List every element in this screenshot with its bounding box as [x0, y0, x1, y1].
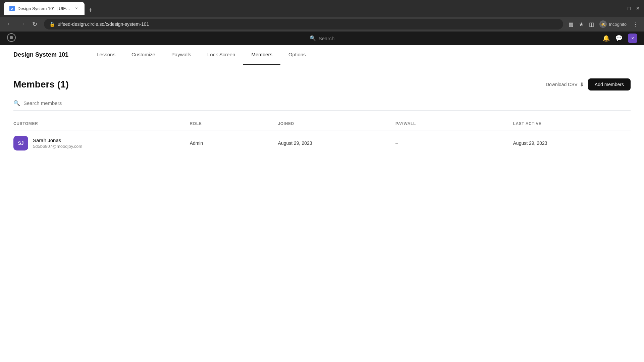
tab-customize[interactable]: Customize	[123, 45, 163, 65]
col-paywall: PAYWALL	[395, 121, 513, 126]
bell-icon[interactable]: 🔔	[602, 35, 610, 42]
notification-actions: 🔔 💬 ×	[602, 34, 637, 43]
member-last-active: August 29, 2023	[513, 140, 631, 146]
member-joined: August 29, 2023	[278, 140, 395, 146]
window-controls[interactable]: – □ ✕	[620, 6, 640, 11]
members-title: Members (1)	[13, 79, 69, 90]
download-icon: ⇓	[580, 81, 584, 88]
members-header: Members (1) Download CSV ⇓ Add members	[13, 78, 631, 90]
main-content: Members (1) Download CSV ⇓ Add members 🔍…	[0, 65, 644, 170]
member-details: Sarah Jonas 5d5b6807@moodjoy.com	[33, 137, 82, 149]
split-view-icon[interactable]: ◫	[589, 21, 594, 27]
browser-menu-button[interactable]: ⋮	[632, 20, 639, 28]
url-bar[interactable]: 🔒 uifeed-design.circle.so/c/design-syste…	[44, 19, 563, 29]
back-button[interactable]: ←	[5, 19, 14, 29]
avatar: SJ	[13, 136, 28, 150]
download-csv-button[interactable]: Download CSV ⇓	[546, 81, 584, 88]
tab-options[interactable]: Options	[280, 45, 314, 65]
incognito-label: Incognito	[609, 22, 627, 27]
tab-favicon: D	[9, 6, 15, 11]
forward-button[interactable]: →	[18, 19, 27, 29]
member-info: SJ Sarah Jonas 5d5b6807@moodjoy.com	[13, 136, 190, 150]
table-header: CUSTOMER ROLE JOINED PAYWALL LAST ACTIVE	[13, 117, 631, 130]
search-label: Search	[319, 36, 335, 41]
tab-bar: D Design System 101 | UIFeed Desi… × +	[4, 2, 617, 15]
tab-title: Design System 101 | UIFeed Desi…	[17, 6, 71, 11]
tab-close-button[interactable]: ×	[74, 6, 79, 11]
nav-buttons: ← → ↻	[5, 19, 39, 29]
lock-icon: 🔒	[49, 21, 55, 27]
tab-lock-screen[interactable]: Lock Screen	[199, 45, 243, 65]
member-name: Sarah Jonas	[33, 137, 82, 143]
tab-members[interactable]: Members	[243, 45, 280, 65]
table-row[interactable]: SJ Sarah Jonas 5d5b6807@moodjoy.com Admi…	[13, 130, 631, 156]
col-last-active: LAST ACTIVE	[513, 121, 631, 126]
close-window-button[interactable]: ✕	[636, 6, 640, 11]
incognito-avatar: 🕵	[599, 20, 607, 28]
search-icon: 🔍	[310, 35, 316, 41]
member-paywall: –	[395, 140, 513, 146]
svg-point-3	[10, 36, 13, 39]
chat-icon[interactable]: 💬	[615, 35, 623, 42]
tab-paywalls[interactable]: Paywalls	[163, 45, 199, 65]
download-csv-label: Download CSV	[546, 82, 578, 87]
app-title: Design System 101	[13, 51, 68, 58]
incognito-button[interactable]: 🕵 Incognito	[599, 20, 627, 28]
search-container: 🔍	[13, 100, 631, 111]
search-members-icon: 🔍	[13, 100, 20, 106]
member-role: Admin	[190, 140, 278, 146]
member-email: 5d5b6807@moodjoy.com	[33, 144, 82, 149]
notification-bar: 🔍 Search 🔔 💬 ×	[0, 32, 644, 45]
global-search[interactable]: 🔍 Search	[310, 35, 335, 41]
refresh-button[interactable]: ↻	[31, 19, 39, 29]
add-members-button[interactable]: Add members	[588, 78, 631, 90]
app-logo[interactable]	[7, 33, 16, 44]
col-joined: JOINED	[278, 121, 395, 126]
search-members-input[interactable]	[23, 100, 631, 106]
cast-icon[interactable]: ▩	[569, 21, 574, 27]
active-tab[interactable]: D Design System 101 | UIFeed Desi… ×	[4, 2, 85, 15]
col-customer: CUSTOMER	[13, 121, 190, 126]
new-tab-button[interactable]: +	[86, 5, 95, 15]
close-panel-button[interactable]: ×	[628, 34, 637, 43]
browser-chrome: D Design System 101 | UIFeed Desi… × + –…	[0, 0, 644, 17]
tab-lessons[interactable]: Lessons	[89, 45, 123, 65]
svg-text:D: D	[11, 7, 13, 10]
address-actions: ▩ ★ ◫ 🕵 Incognito ⋮	[569, 20, 639, 28]
bookmark-icon[interactable]: ★	[579, 21, 584, 27]
main-nav: Lessons Customize Paywalls Lock Screen M…	[89, 45, 314, 65]
maximize-button[interactable]: □	[628, 6, 631, 11]
app-header: Design System 101 Lessons Customize Payw…	[0, 45, 644, 65]
col-role: ROLE	[190, 121, 278, 126]
header-actions: Download CSV ⇓ Add members	[546, 78, 631, 90]
minimize-button[interactable]: –	[620, 6, 623, 11]
address-bar: ← → ↻ 🔒 uifeed-design.circle.so/c/design…	[0, 17, 644, 32]
url-text: uifeed-design.circle.so/c/design-system-…	[58, 21, 149, 27]
